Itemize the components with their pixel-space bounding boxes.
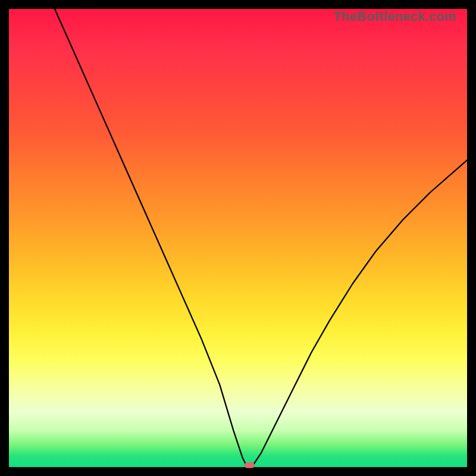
plot-area: TheBottleneck.com — [9, 9, 467, 467]
curve-line — [55, 9, 467, 467]
chart-frame: TheBottleneck.com — [0, 0, 476, 476]
bottleneck-curve — [9, 9, 467, 467]
minimum-marker — [245, 462, 254, 468]
